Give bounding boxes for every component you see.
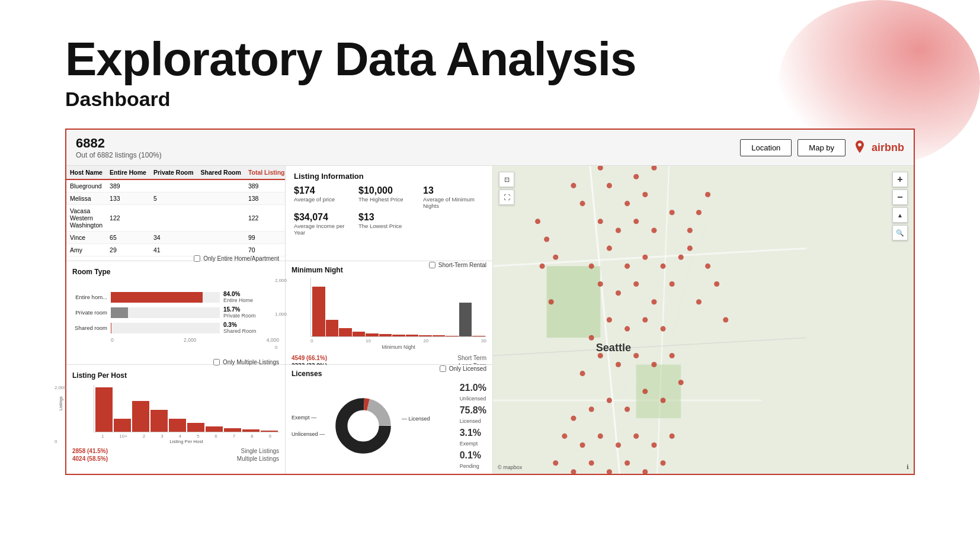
multiple-value: 4024 (58.5%): [72, 455, 108, 462]
host-table-panel: Host Name Entire Home Private Room Share…: [66, 166, 286, 261]
svg-point-18: [624, 201, 630, 206]
svg-point-47: [651, 362, 656, 367]
dashboard-mid-row: Room Type Only Entire Home/Apartment Ent…: [66, 261, 492, 365]
svg-point-35: [670, 281, 675, 287]
svg-point-54: [642, 389, 648, 394]
svg-point-53: [660, 397, 665, 403]
location-button[interactable]: Location: [740, 139, 792, 156]
histogram: [310, 278, 486, 337]
svg-point-60: [580, 442, 585, 448]
svg-point-26: [607, 246, 612, 251]
svg-point-52: [678, 380, 684, 385]
svg-point-23: [616, 227, 621, 233]
map-control-fullscreen[interactable]: ⛶: [499, 190, 514, 205]
hist-bar-last: [472, 336, 485, 336]
map-search-button[interactable]: 🔍: [892, 225, 908, 240]
svg-point-44: [660, 326, 665, 332]
airbnb-text: airbnb: [872, 142, 904, 154]
stat-lowest-price: $13 The Lowest Price: [358, 212, 419, 236]
hist-bar-4: [353, 332, 366, 336]
room-type-title: Room Type: [72, 268, 110, 276]
bar-entire-home: Entire hom... 84.0% Entire Home: [72, 291, 279, 303]
svg-point-83: [544, 237, 549, 242]
listing-count-block: 6882 Out of 6882 listings (100%): [76, 136, 162, 159]
svg-point-24: [633, 219, 639, 224]
min-night-panel: Minimum Night Short-Term Rental 2,000 1,…: [286, 261, 492, 364]
min-night-title: Minimum Night: [292, 266, 343, 274]
short-term-checkbox[interactable]: [429, 262, 435, 268]
svg-point-36: [678, 255, 684, 260]
svg-point-72: [660, 460, 665, 466]
legend-pending: 0.1%: [460, 450, 486, 461]
table-row: Melissa 133 5 138: [66, 192, 286, 205]
page-subtitle: Dashboard: [65, 88, 980, 111]
only-licensed-label: Only Licensed: [449, 365, 486, 372]
map-north-button[interactable]: ▲: [892, 207, 908, 223]
stat-highest-price: $10,000 The Highest Price: [358, 185, 419, 210]
hist-bar-8: [406, 335, 419, 336]
lph-y-labels: 2,000 0: [55, 385, 66, 444]
svg-point-64: [651, 442, 656, 448]
histogram-wrap: 2,000 1,000 0: [292, 278, 486, 350]
svg-point-34: [651, 299, 656, 304]
only-licensed-checkbox[interactable]: [440, 365, 446, 372]
dashboard-header-right: Location Map by airbnb: [740, 139, 904, 156]
legend-exempt-label: Exempt: [460, 441, 486, 447]
hist-bar-6: [379, 334, 392, 336]
col-host-name: Host Name: [66, 166, 106, 179]
svg-point-78: [705, 264, 710, 269]
multiple-label: Multiple Listings: [237, 455, 279, 462]
stat-avg-price: $174 Average of price: [294, 185, 355, 210]
svg-point-30: [660, 264, 665, 269]
licenses-legend: 21.0% Unlicensed 75.8% Licensed 3.1% Exe…: [460, 383, 486, 469]
dashboard-top-row: Host Name Entire Home Private Room Share…: [66, 166, 492, 261]
svg-point-63: [633, 434, 639, 439]
svg-point-81: [723, 317, 728, 322]
svg-text:Seattle: Seattle: [596, 342, 631, 354]
total-listings-count: 6882: [76, 136, 162, 151]
listing-info-grid: $174 Average of price $10,000 The Highes…: [294, 185, 484, 236]
map-by-button[interactable]: Map by: [798, 139, 846, 156]
entire-home-checkbox[interactable]: [194, 255, 200, 262]
short-term-label: Short-Term Rental: [438, 262, 486, 268]
hist-bar-3: [339, 328, 352, 336]
hist-bar-9: [419, 335, 432, 336]
bar-4: [169, 419, 186, 432]
page-title: Exploratory Data Analysis: [65, 36, 980, 83]
listing-info-panel: Listing Information $174 Average of pric…: [286, 166, 492, 261]
map-controls-left: ⊡ ⛶: [499, 172, 514, 205]
room-type-panel: Room Type Only Entire Home/Apartment Ent…: [66, 261, 286, 364]
host-table: Host Name Entire Home Private Room Share…: [66, 166, 286, 256]
svg-point-13: [571, 183, 576, 188]
map-control-layers[interactable]: ⊡: [499, 172, 514, 187]
mapbox-attribution: © mapbox: [498, 464, 522, 470]
svg-point-28: [642, 255, 648, 260]
bar-9: [261, 431, 278, 432]
licenses-title: Licenses: [292, 370, 322, 378]
total-listings-label: Out of 6882 listings (100%): [76, 151, 162, 159]
dashboard: 6882 Out of 6882 listings (100%) Locatio…: [65, 129, 915, 475]
svg-point-79: [714, 281, 719, 287]
multiple-listings-checkbox-row: Only Multiple-Listings: [213, 359, 279, 365]
map-zoom-in-button[interactable]: +: [892, 172, 908, 187]
room-type-bars: Entire hom... 84.0% Entire Home: [72, 291, 279, 334]
svg-point-66: [553, 460, 558, 466]
map-zoom-out-button[interactable]: −: [892, 190, 908, 205]
dashboard-left: Host Name Entire Home Private Room Share…: [66, 166, 493, 474]
legend-licensed: 75.8%: [460, 405, 486, 416]
bar-private-room: Private room 15.7% Private Room: [72, 306, 279, 319]
multiple-listings-checkbox[interactable]: [213, 359, 220, 365]
lph-x-axis-label: Listing Per Host: [94, 439, 279, 444]
svg-point-85: [540, 264, 545, 269]
svg-point-77: [687, 246, 693, 251]
legend-unlicensed-label: Unlicensed: [460, 396, 486, 402]
svg-point-45: [589, 335, 594, 341]
room-type-x-labels: 0 2,000 4,000: [72, 337, 279, 343]
donut-right-labels: — Licensed: [402, 416, 430, 437]
short-term-value: 4549 (66.1%): [292, 355, 327, 361]
map-background: Seattle BFI ⊡ ⛶ + − ▲ 🔍: [493, 166, 914, 474]
histogram-y-labels: 2,000 1,000 0: [275, 278, 287, 350]
mapbox-info-button[interactable]: ℹ: [907, 464, 909, 470]
bar-2: [132, 401, 149, 432]
licenses-donut-wrap: Exempt — Unlicensed —: [292, 383, 486, 469]
